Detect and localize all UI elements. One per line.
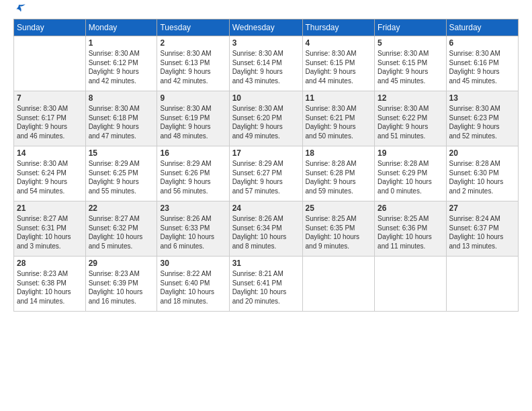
day-number: 14 bbox=[17, 148, 83, 158]
day-number: 8 bbox=[89, 93, 154, 103]
day-info: Sunrise: 8:25 AM Sunset: 6:36 PM Dayligh… bbox=[378, 214, 443, 250]
day-number: 30 bbox=[160, 259, 226, 268]
day-info: Sunrise: 8:30 AM Sunset: 6:13 PM Dayligh… bbox=[160, 49, 226, 85]
calendar-cell bbox=[302, 257, 375, 312]
calendar-cell bbox=[375, 257, 446, 312]
day-number: 10 bbox=[232, 93, 300, 103]
calendar-cell: 20Sunrise: 8:28 AM Sunset: 6:30 PM Dayli… bbox=[446, 146, 518, 201]
day-info: Sunrise: 8:29 AM Sunset: 6:25 PM Dayligh… bbox=[89, 159, 154, 195]
calendar-cell: 27Sunrise: 8:24 AM Sunset: 6:37 PM Dayli… bbox=[446, 201, 518, 257]
logo bbox=[13, 11, 27, 12]
calendar-cell: 6Sunrise: 8:30 AM Sunset: 6:16 PM Daylig… bbox=[446, 36, 518, 91]
day-info: Sunrise: 8:30 AM Sunset: 6:16 PM Dayligh… bbox=[449, 49, 515, 85]
calendar-cell: 9Sunrise: 8:30 AM Sunset: 6:19 PM Daylig… bbox=[157, 91, 229, 146]
calendar-cell: 2Sunrise: 8:30 AM Sunset: 6:13 PM Daylig… bbox=[157, 36, 229, 91]
calendar-cell: 13Sunrise: 8:30 AM Sunset: 6:23 PM Dayli… bbox=[446, 91, 518, 146]
calendar-week-row: 14Sunrise: 8:30 AM Sunset: 6:24 PM Dayli… bbox=[14, 146, 519, 201]
calendar-week-row: 21Sunrise: 8:27 AM Sunset: 6:31 PM Dayli… bbox=[14, 201, 519, 257]
calendar-cell: 28Sunrise: 8:23 AM Sunset: 6:38 PM Dayli… bbox=[14, 257, 86, 312]
weekday-header: Saturday bbox=[446, 19, 518, 36]
calendar-cell: 12Sunrise: 8:30 AM Sunset: 6:22 PM Dayli… bbox=[375, 91, 446, 146]
calendar-cell: 11Sunrise: 8:30 AM Sunset: 6:21 PM Dayli… bbox=[302, 91, 375, 146]
calendar-cell: 3Sunrise: 8:30 AM Sunset: 6:14 PM Daylig… bbox=[229, 36, 302, 91]
day-number: 17 bbox=[232, 148, 300, 158]
day-info: Sunrise: 8:30 AM Sunset: 6:24 PM Dayligh… bbox=[17, 159, 83, 195]
page: SundayMondayTuesdayWednesdayThursdayFrid… bbox=[0, 0, 532, 411]
calendar-cell bbox=[14, 36, 86, 91]
day-info: Sunrise: 8:28 AM Sunset: 6:30 PM Dayligh… bbox=[449, 159, 515, 195]
weekday-header: Tuesday bbox=[157, 19, 229, 36]
calendar-cell: 15Sunrise: 8:29 AM Sunset: 6:25 PM Dayli… bbox=[85, 146, 157, 201]
weekday-header: Thursday bbox=[302, 19, 375, 36]
day-number: 26 bbox=[378, 203, 443, 213]
day-number: 13 bbox=[449, 93, 515, 103]
calendar-cell: 7Sunrise: 8:30 AM Sunset: 6:17 PM Daylig… bbox=[14, 91, 86, 146]
day-number: 11 bbox=[306, 93, 372, 103]
day-number: 27 bbox=[449, 203, 515, 213]
weekday-header: Monday bbox=[85, 19, 157, 36]
calendar-cell: 18Sunrise: 8:28 AM Sunset: 6:28 PM Dayli… bbox=[302, 146, 375, 201]
calendar-cell: 22Sunrise: 8:27 AM Sunset: 6:32 PM Dayli… bbox=[85, 201, 157, 257]
day-info: Sunrise: 8:23 AM Sunset: 6:38 PM Dayligh… bbox=[17, 269, 83, 306]
calendar-cell: 21Sunrise: 8:27 AM Sunset: 6:31 PM Dayli… bbox=[14, 201, 86, 257]
day-number: 21 bbox=[17, 203, 83, 213]
day-info: Sunrise: 8:30 AM Sunset: 6:20 PM Dayligh… bbox=[232, 104, 300, 140]
day-number: 1 bbox=[89, 38, 154, 48]
calendar-cell: 31Sunrise: 8:21 AM Sunset: 6:41 PM Dayli… bbox=[229, 257, 302, 312]
day-info: Sunrise: 8:27 AM Sunset: 6:32 PM Dayligh… bbox=[89, 214, 154, 250]
day-number: 5 bbox=[378, 38, 443, 48]
day-number: 31 bbox=[232, 259, 300, 268]
day-info: Sunrise: 8:30 AM Sunset: 6:15 PM Dayligh… bbox=[378, 49, 443, 85]
calendar-cell: 5Sunrise: 8:30 AM Sunset: 6:15 PM Daylig… bbox=[375, 36, 446, 91]
day-info: Sunrise: 8:28 AM Sunset: 6:29 PM Dayligh… bbox=[378, 159, 443, 195]
day-info: Sunrise: 8:30 AM Sunset: 6:23 PM Dayligh… bbox=[449, 104, 515, 140]
day-info: Sunrise: 8:21 AM Sunset: 6:41 PM Dayligh… bbox=[232, 269, 300, 306]
calendar-cell: 14Sunrise: 8:30 AM Sunset: 6:24 PM Dayli… bbox=[14, 146, 86, 201]
weekday-header: Sunday bbox=[14, 19, 86, 36]
day-info: Sunrise: 8:29 AM Sunset: 6:27 PM Dayligh… bbox=[232, 159, 300, 195]
day-number: 3 bbox=[232, 38, 300, 48]
calendar-cell: 19Sunrise: 8:28 AM Sunset: 6:29 PM Dayli… bbox=[375, 146, 446, 201]
day-info: Sunrise: 8:30 AM Sunset: 6:22 PM Dayligh… bbox=[378, 104, 443, 140]
calendar-cell: 29Sunrise: 8:23 AM Sunset: 6:39 PM Dayli… bbox=[85, 257, 157, 312]
calendar-week-row: 28Sunrise: 8:23 AM Sunset: 6:38 PM Dayli… bbox=[14, 257, 519, 312]
calendar-cell: 26Sunrise: 8:25 AM Sunset: 6:36 PM Dayli… bbox=[375, 201, 446, 257]
calendar-cell: 17Sunrise: 8:29 AM Sunset: 6:27 PM Dayli… bbox=[229, 146, 302, 201]
day-info: Sunrise: 8:28 AM Sunset: 6:28 PM Dayligh… bbox=[306, 159, 372, 195]
day-info: Sunrise: 8:26 AM Sunset: 6:33 PM Dayligh… bbox=[160, 214, 226, 250]
calendar-header-row: SundayMondayTuesdayWednesdayThursdayFrid… bbox=[14, 19, 519, 36]
calendar-cell: 10Sunrise: 8:30 AM Sunset: 6:20 PM Dayli… bbox=[229, 91, 302, 146]
calendar-cell: 16Sunrise: 8:29 AM Sunset: 6:26 PM Dayli… bbox=[157, 146, 229, 201]
calendar-cell: 4Sunrise: 8:30 AM Sunset: 6:15 PM Daylig… bbox=[302, 36, 375, 91]
day-number: 24 bbox=[232, 203, 300, 213]
day-number: 2 bbox=[160, 38, 226, 48]
day-info: Sunrise: 8:30 AM Sunset: 6:19 PM Dayligh… bbox=[160, 104, 226, 140]
day-info: Sunrise: 8:24 AM Sunset: 6:37 PM Dayligh… bbox=[449, 214, 515, 250]
calendar-week-row: 1Sunrise: 8:30 AM Sunset: 6:12 PM Daylig… bbox=[14, 36, 519, 91]
calendar: SundayMondayTuesdayWednesdayThursdayFrid… bbox=[13, 19, 519, 312]
day-number: 29 bbox=[89, 259, 154, 268]
day-number: 19 bbox=[378, 148, 443, 158]
weekday-header: Wednesday bbox=[229, 19, 302, 36]
day-number: 23 bbox=[160, 203, 226, 213]
day-number: 9 bbox=[160, 93, 226, 103]
calendar-cell: 1Sunrise: 8:30 AM Sunset: 6:12 PM Daylig… bbox=[85, 36, 157, 91]
day-number: 28 bbox=[17, 259, 83, 268]
day-number: 25 bbox=[306, 203, 372, 213]
day-info: Sunrise: 8:29 AM Sunset: 6:26 PM Dayligh… bbox=[160, 159, 226, 195]
day-number: 15 bbox=[89, 148, 154, 158]
day-info: Sunrise: 8:26 AM Sunset: 6:34 PM Dayligh… bbox=[232, 214, 300, 250]
day-info: Sunrise: 8:30 AM Sunset: 6:21 PM Dayligh… bbox=[306, 104, 372, 140]
day-info: Sunrise: 8:30 AM Sunset: 6:12 PM Dayligh… bbox=[89, 49, 154, 85]
day-number: 7 bbox=[17, 93, 83, 103]
day-number: 16 bbox=[160, 148, 226, 158]
day-number: 18 bbox=[306, 148, 372, 158]
day-info: Sunrise: 8:22 AM Sunset: 6:40 PM Dayligh… bbox=[160, 269, 226, 306]
calendar-cell: 30Sunrise: 8:22 AM Sunset: 6:40 PM Dayli… bbox=[157, 257, 229, 312]
calendar-cell: 23Sunrise: 8:26 AM Sunset: 6:33 PM Dayli… bbox=[157, 201, 229, 257]
day-info: Sunrise: 8:25 AM Sunset: 6:35 PM Dayligh… bbox=[306, 214, 372, 250]
day-number: 6 bbox=[449, 38, 515, 48]
calendar-cell: 8Sunrise: 8:30 AM Sunset: 6:18 PM Daylig… bbox=[85, 91, 157, 146]
day-number: 12 bbox=[378, 93, 443, 103]
day-info: Sunrise: 8:30 AM Sunset: 6:18 PM Dayligh… bbox=[89, 104, 154, 140]
